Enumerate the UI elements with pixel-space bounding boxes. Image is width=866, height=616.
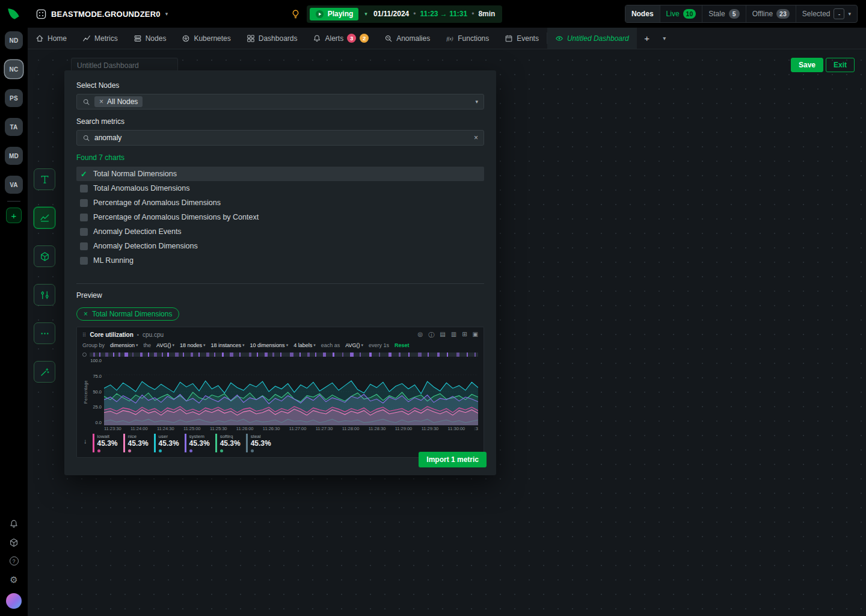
anomaly-ribbon[interactable] — [90, 353, 478, 357]
tab-label: Nodes — [146, 34, 167, 43]
nodes-stale-filter[interactable]: Stale5 — [702, 5, 745, 22]
aggregation-dropdown[interactable]: AVG()▾ — [156, 342, 174, 348]
space-item-md[interactable]: MD — [5, 147, 23, 165]
user-avatar[interactable] — [6, 593, 22, 609]
nodes-selected-filter[interactable]: Selected-▾ — [796, 5, 857, 22]
nodes-dropdown[interactable]: 18 nodes▾ — [180, 342, 206, 348]
integrations-icon[interactable] — [9, 537, 19, 547]
tips-bulb-icon[interactable] — [290, 9, 301, 19]
metric-chart-option[interactable]: ML Running — [76, 253, 484, 268]
more-tool[interactable] — [34, 322, 55, 344]
help-icon[interactable]: ? — [9, 556, 19, 566]
chevron-down-icon[interactable]: ▾ — [475, 99, 478, 105]
screenshot-icon[interactable]: ▣ — [473, 331, 478, 339]
selected-metric-chip[interactable]: ×Total Normal Dimensions — [76, 307, 179, 321]
metric-chart-option[interactable]: Anomaly Detection Events — [76, 224, 484, 239]
tab-alerts[interactable]: Alerts32 — [305, 28, 376, 49]
nodes-offline-filter[interactable]: Offline23 — [746, 5, 796, 22]
add-space-button[interactable]: + — [6, 208, 22, 223]
legend-dimension-steal[interactable]: steal45.3% — [246, 434, 271, 452]
metric-chart-option[interactable]: ✓Total Normal Dimensions — [76, 167, 484, 181]
nodes-summary-title: Nodes — [625, 5, 660, 22]
chart-tool[interactable] — [34, 207, 55, 229]
close-icon[interactable]: × — [84, 310, 88, 318]
import-metric-button[interactable]: Import 1 metric — [419, 452, 487, 467]
instances-dropdown[interactable]: 18 instances▾ — [211, 342, 245, 348]
netdata-logo-icon[interactable] — [6, 6, 22, 22]
labels-dropdown[interactable]: 4 labels▾ — [293, 342, 316, 348]
metric-chart-option[interactable]: Total Anomalous Dimensions — [76, 181, 484, 196]
tab-home[interactable]: Home — [28, 28, 75, 49]
legend-dimension-user[interactable]: user45.3% — [154, 434, 179, 452]
space-item-nc[interactable]: NC — [5, 60, 23, 78]
sort-descending-icon[interactable]: ↓ — [84, 437, 87, 445]
chevron-down-icon[interactable]: ▾ — [364, 11, 367, 17]
cube-tool[interactable] — [34, 245, 55, 267]
dropdown-value: 10 dimensions — [250, 342, 285, 348]
save-button[interactable]: Save — [791, 58, 823, 72]
chart-plot-area[interactable] — [104, 358, 478, 425]
legend-dimension-iowait[interactable]: iowait45.3% — [93, 434, 118, 452]
tab-events[interactable]: Events — [497, 28, 547, 49]
tab-label: Metrics — [94, 34, 118, 43]
tabs-dropdown-button[interactable]: ▾ — [657, 28, 672, 49]
checkbox-unchecked[interactable] — [80, 242, 88, 250]
tab-anomalies[interactable]: Anomalies — [376, 28, 438, 49]
tab-metrics[interactable]: Metrics — [75, 28, 126, 49]
notifications-bell-icon[interactable] — [9, 519, 19, 529]
select-nodes-input[interactable]: ×All Nodes ▾ — [76, 94, 484, 109]
dimensions-dropdown[interactable]: 10 dimensions▾ — [250, 342, 289, 348]
dashboard-eye-icon — [555, 34, 564, 43]
tab-untitled-dashboard[interactable]: Untitled Dashboard — [547, 28, 637, 49]
anomaly-rate-icon[interactable]: ◎ — [418, 331, 423, 339]
dropdown-value: 4 labels — [293, 342, 312, 348]
all-nodes-chip[interactable]: ×All Nodes — [94, 96, 143, 107]
exit-button[interactable]: Exit — [826, 58, 855, 72]
tab-nodes[interactable]: Nodes — [126, 28, 174, 49]
legend-dimension-nice[interactable]: nice45.3% — [123, 434, 149, 452]
tab-functions[interactable]: f(x)Functions — [438, 28, 497, 49]
add-tab-button[interactable]: + — [637, 28, 657, 49]
space-item-va[interactable]: VA — [5, 176, 23, 194]
legend-dimension-softirq[interactable]: softirq45.3% — [215, 434, 241, 452]
wand-tool[interactable] — [34, 361, 55, 383]
chart-type-icon[interactable]: ▤ — [440, 331, 445, 339]
dimension-name: iowait — [97, 434, 118, 439]
reset-button[interactable]: Reset — [395, 342, 410, 348]
add-panel-icon[interactable]: ⊞ — [462, 331, 467, 339]
search-metrics-input[interactable]: anomaly × — [76, 130, 484, 146]
space-selector[interactable]: BEASTMODE.GROUNDZER0 ▾ — [36, 9, 168, 19]
metric-chart-option[interactable]: Anomaly Detection Dimensions — [76, 239, 484, 253]
checkbox-checked[interactable]: ✓ — [80, 170, 88, 178]
checkbox-unchecked[interactable] — [80, 214, 88, 221]
checkbox-unchecked[interactable] — [80, 185, 88, 192]
clear-search-icon[interactable]: × — [474, 134, 478, 142]
duration-value: 8min — [478, 10, 495, 18]
close-icon[interactable]: × — [99, 97, 103, 106]
flow-tool[interactable] — [34, 284, 55, 306]
checkbox-unchecked[interactable] — [80, 228, 88, 236]
tab-dashboards[interactable]: Dashboards — [239, 28, 306, 49]
settings-gear-icon[interactable]: ⚙ — [9, 574, 19, 585]
x-tick-label: 11:26:30 — [263, 426, 280, 431]
space-item-nd[interactable]: ND — [5, 31, 23, 49]
checkbox-unchecked[interactable] — [80, 199, 88, 207]
playing-button[interactable]: Playing — [310, 8, 359, 20]
metric-chart-option[interactable]: Percentage of Anomalous Dimensions by Co… — [76, 210, 484, 224]
tab-kubernetes[interactable]: Kubernetes — [174, 28, 238, 49]
metric-chart-option[interactable]: Percentage of Anomalous Dimensions — [76, 196, 484, 210]
checkbox-unchecked[interactable] — [80, 257, 88, 265]
group-by-dropdown[interactable]: dimension▾ — [110, 342, 138, 348]
x-tick-label: 11:24:30 — [157, 426, 174, 431]
drag-handle-icon[interactable]: ⠿ — [82, 332, 87, 338]
text-tool[interactable] — [34, 168, 55, 190]
date-range-display[interactable]: 01/11/2024 • 11:23 → 11:31 • 8min — [373, 10, 496, 18]
space-item-ta[interactable]: TA — [5, 118, 23, 136]
info-icon[interactable]: ⓘ — [428, 331, 434, 339]
nodes-live-filter[interactable]: Live10 — [660, 5, 702, 22]
each-as-dropdown[interactable]: AVG()▾ — [345, 342, 363, 348]
compare-icon[interactable]: ▥ — [451, 331, 456, 339]
legend-dimension-system[interactable]: system45.3% — [185, 434, 210, 452]
nodes-icon — [134, 34, 142, 43]
space-item-ps[interactable]: PS — [5, 89, 23, 107]
